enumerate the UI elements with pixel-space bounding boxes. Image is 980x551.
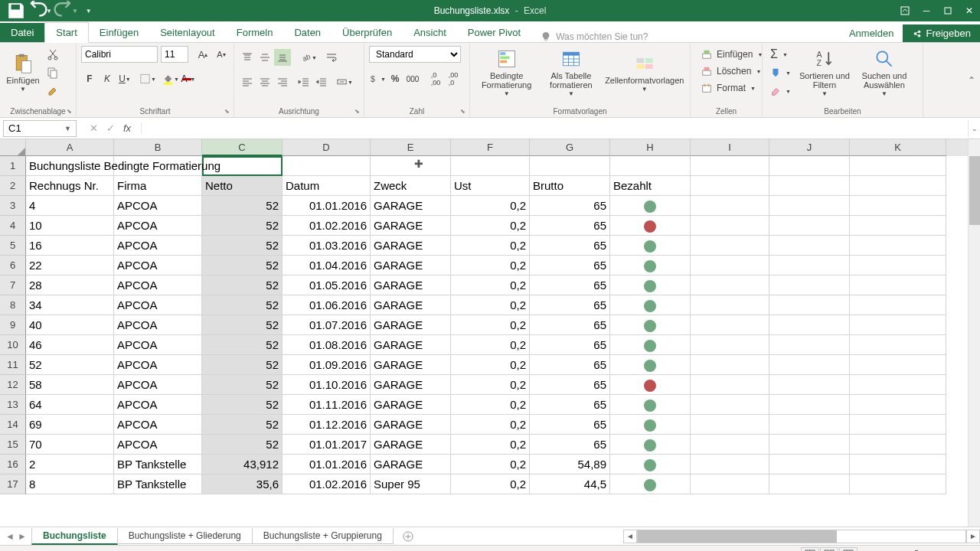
tab-start[interactable]: Start	[44, 22, 88, 43]
dialog-launcher[interactable]: ⬊	[460, 108, 468, 116]
cell-J13[interactable]	[769, 395, 850, 415]
row-header-9[interactable]: 9	[0, 315, 26, 335]
underline-button[interactable]: U▼	[116, 70, 133, 87]
cell-I12[interactable]	[691, 375, 769, 395]
cell-E12[interactable]: GARAGE	[371, 375, 451, 395]
cell-D14[interactable]: 01.12.2016	[283, 415, 371, 435]
cell-G10[interactable]: 65	[530, 335, 610, 355]
cell-F6[interactable]: 0,2	[451, 256, 530, 276]
cell-G8[interactable]: 65	[530, 295, 610, 315]
merge-center-button[interactable]: ▼	[336, 73, 353, 90]
number-format-select[interactable]: Standard	[369, 46, 461, 63]
cell-D9[interactable]: 01.07.2016	[283, 315, 371, 335]
grow-font-button[interactable]: A▴	[194, 46, 211, 63]
cell-J8[interactable]	[769, 295, 850, 315]
col-header-J[interactable]: J	[769, 139, 850, 156]
cell-E11[interactable]: GARAGE	[371, 355, 451, 375]
cell-E3[interactable]: GARAGE	[371, 196, 451, 216]
cell-D4[interactable]: 01.02.2016	[283, 216, 371, 236]
cell-B7[interactable]: APCOA	[114, 276, 202, 295]
cell-A2[interactable]: Rechnugs Nr.	[26, 176, 114, 196]
cell-K12[interactable]	[850, 375, 946, 395]
cell-G15[interactable]: 65	[530, 435, 610, 455]
cell-K7[interactable]	[850, 276, 946, 295]
cell-H6[interactable]	[610, 256, 691, 276]
cell-I9[interactable]	[691, 315, 769, 335]
tab-ansicht[interactable]: Ansicht	[403, 23, 457, 42]
cell-F4[interactable]: 0,2	[451, 216, 530, 236]
cell-C6[interactable]: 52	[202, 256, 283, 276]
cell-D1[interactable]	[283, 156, 371, 176]
cell-K16[interactable]	[850, 455, 946, 474]
cell-K17[interactable]	[850, 474, 946, 494]
cell-G6[interactable]: 65	[530, 256, 610, 276]
cell-H16[interactable]	[610, 455, 691, 474]
cell-E9[interactable]: GARAGE	[371, 315, 451, 335]
wrap-text-button[interactable]	[323, 49, 340, 66]
cell-B11[interactable]: APCOA	[114, 355, 202, 375]
cut-button[interactable]	[44, 46, 61, 63]
cell-B4[interactable]: APCOA	[114, 216, 202, 236]
cell-F15[interactable]: 0,2	[451, 435, 530, 455]
cell-I13[interactable]	[691, 395, 769, 415]
accounting-format-button[interactable]: $▼	[369, 70, 386, 87]
dialog-launcher[interactable]: ⬊	[354, 108, 362, 116]
insert-function-button[interactable]: fx	[119, 122, 135, 134]
cell-B2[interactable]: Firma	[114, 176, 202, 196]
cell-B5[interactable]: APCOA	[114, 236, 202, 256]
undo-button[interactable]	[28, 2, 47, 20]
col-header-E[interactable]: E	[371, 139, 451, 156]
sort-filter-button[interactable]: AZ Sortieren und Filtern▼	[797, 46, 852, 99]
cell-G3[interactable]: 65	[530, 196, 610, 216]
cell-H12[interactable]	[610, 375, 691, 395]
cell-J5[interactable]	[769, 236, 850, 256]
tell-me-box[interactable]: Was möchten Sie tun?	[541, 31, 648, 42]
cell-A16[interactable]: 2	[26, 455, 114, 474]
cell-I2[interactable]	[691, 176, 769, 196]
cell-J6[interactable]	[769, 256, 850, 276]
cell-K6[interactable]	[850, 256, 946, 276]
col-header-H[interactable]: H	[610, 139, 691, 156]
cell-H8[interactable]	[610, 295, 691, 315]
cell-K11[interactable]	[850, 355, 946, 375]
view-page-break-button[interactable]	[839, 547, 858, 552]
cell-I14[interactable]	[691, 415, 769, 435]
row-header-8[interactable]: 8	[0, 295, 26, 315]
cell-C9[interactable]: 52	[202, 315, 283, 335]
cell-A3[interactable]: 4	[26, 196, 114, 216]
cell-B14[interactable]: APCOA	[114, 415, 202, 435]
cell-F2[interactable]: Ust	[451, 176, 530, 196]
ribbon-display-options[interactable]	[894, 2, 916, 20]
cell-H17[interactable]	[610, 474, 691, 494]
cell-H7[interactable]	[610, 276, 691, 295]
col-header-I[interactable]: I	[691, 139, 769, 156]
cell-F3[interactable]: 0,2	[451, 196, 530, 216]
cell-J9[interactable]	[769, 315, 850, 335]
cell-E2[interactable]: Zweck	[371, 176, 451, 196]
format-cells-button[interactable]: Format▼	[695, 80, 762, 96]
view-page-layout-button[interactable]	[820, 547, 838, 552]
cell-K10[interactable]	[850, 335, 946, 355]
cell-H3[interactable]	[610, 196, 691, 216]
cell-D17[interactable]: 01.02.2016	[283, 474, 371, 494]
cell-C7[interactable]: 52	[202, 276, 283, 295]
copy-button[interactable]	[44, 64, 61, 81]
row-header-4[interactable]: 4	[0, 216, 26, 236]
cell-G1[interactable]	[530, 156, 610, 176]
cell-F5[interactable]: 0,2	[451, 236, 530, 256]
row-header-5[interactable]: 5	[0, 236, 26, 256]
percent-format-button[interactable]: %	[387, 70, 403, 87]
redo-button[interactable]	[54, 2, 74, 20]
row-header-7[interactable]: 7	[0, 276, 26, 295]
cell-J4[interactable]	[769, 216, 850, 236]
cell-D6[interactable]: 01.04.2016	[283, 256, 371, 276]
cell-I6[interactable]	[691, 256, 769, 276]
row-header-2[interactable]: 2	[0, 176, 26, 196]
minimize-button[interactable]: ─	[916, 2, 937, 20]
col-header-B[interactable]: B	[114, 139, 202, 156]
sheet-tab-3[interactable]: Buchungsliste + Gruppierung	[252, 528, 394, 544]
cell-C8[interactable]: 52	[202, 295, 283, 315]
cell-I15[interactable]	[691, 435, 769, 455]
cell-D3[interactable]: 01.01.2016	[283, 196, 371, 216]
cell-K3[interactable]	[850, 196, 946, 216]
